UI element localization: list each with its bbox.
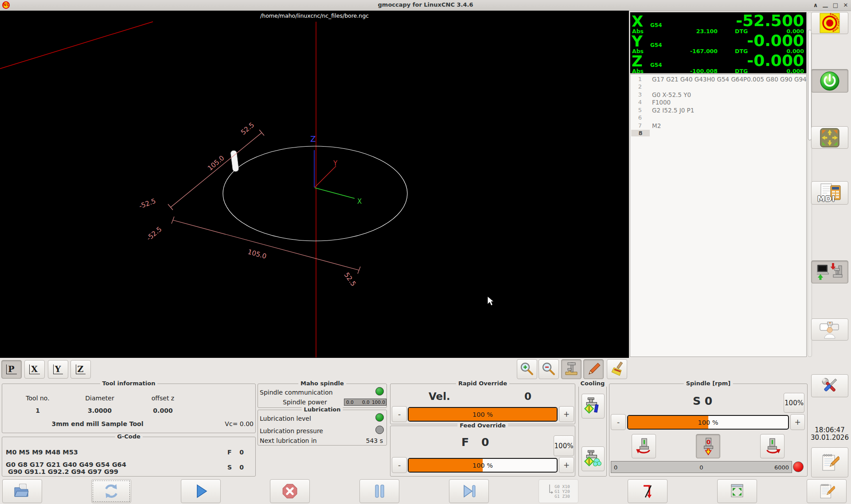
lubrication-panel: Lubrication Lubrication level Lubricatio… — [258, 410, 387, 446]
mist-coolant-button[interactable] — [582, 446, 605, 471]
feed-override-slider[interactable]: 100 % — [408, 458, 558, 473]
spindle-cw-button[interactable] — [760, 434, 785, 458]
emergency-stop-icon: Emergency-Stop — [820, 13, 840, 33]
velocity-value: 0 — [519, 391, 537, 402]
notes-button[interactable] — [811, 447, 848, 477]
power-icon — [820, 71, 840, 91]
spindle-override-minus-button[interactable]: - — [611, 414, 626, 430]
spindle-ccw-button[interactable] — [632, 434, 656, 458]
edit-gcode-button[interactable] — [807, 479, 847, 503]
tools-icon — [820, 376, 840, 396]
feed-override-plus-button[interactable]: + — [559, 457, 574, 473]
gcode-line: 1 G17 G21 G40 G43H0 G54 G64P0.005 G80 G9… — [630, 76, 806, 83]
feed-override-reset-button[interactable]: 100% — [554, 435, 574, 456]
lubrication-level-led — [375, 413, 384, 422]
rapid-override-percent: 100 % — [409, 411, 557, 418]
view-x-button[interactable]: X — [24, 360, 45, 379]
shade-window-button[interactable]: ∧ — [812, 1, 820, 9]
line-number: 6 — [630, 114, 642, 121]
spindle-stop-button[interactable]: 0 — [696, 434, 720, 458]
dro-x-dtg-label: DTG — [735, 28, 748, 35]
dro-x-system: G54 — [650, 22, 662, 28]
view-x-label: X — [29, 364, 40, 374]
spindle-power-max: 100.0 — [372, 399, 385, 405]
zoom-out-button[interactable] — [539, 359, 559, 379]
feed-override-minus-button[interactable]: - — [392, 457, 407, 473]
spindle-comm-led — [375, 387, 384, 395]
y-axis-label: Y — [333, 159, 338, 167]
reload-file-button[interactable] — [91, 479, 131, 503]
machine-power-button[interactable] — [811, 69, 848, 93]
spindle-stop-icon: 0 — [698, 436, 718, 457]
lubrication-title: Lubrication — [301, 406, 343, 413]
view-z-label: Z — [76, 364, 86, 374]
x-axis-label: X — [357, 198, 362, 205]
maho-spindle-title: Maho spindle — [298, 380, 346, 387]
feed-reset-label: 100% — [554, 442, 574, 450]
feed-override-title: Feed Override — [457, 422, 508, 429]
run-icon — [193, 483, 209, 499]
pencil-icon — [586, 361, 601, 377]
open-file-button[interactable] — [2, 479, 42, 503]
view-p-button[interactable]: P — [1, 360, 22, 379]
lubrication-pressure-led — [375, 426, 384, 434]
spindle-power-bar: 0.0 0.0 100.0 — [344, 399, 386, 406]
spindle-speed-value: 0 — [233, 464, 244, 471]
dro-y-abs-value: -167.000 — [668, 48, 718, 54]
minus-icon: - — [398, 410, 401, 419]
flood-coolant-button[interactable] — [582, 394, 605, 419]
dimension-label: 105.0 — [206, 154, 226, 172]
active-gcodes-panel: G-Code M0 M5 M9 M48 M53 F 0 G0 G8 G17 G2… — [2, 437, 256, 477]
optional-block-skip-button[interactable] — [628, 479, 668, 503]
fullscreen-button[interactable] — [717, 479, 757, 503]
open-folder-icon — [13, 483, 31, 499]
dimension-label: 52.5 — [239, 121, 256, 136]
clock-date: 30.01.2026 — [809, 434, 850, 442]
draw-toolpath-toggle-button[interactable] — [583, 359, 604, 379]
view-z-button[interactable]: Z — [70, 360, 91, 379]
tool-settings-button[interactable] — [811, 374, 848, 397]
fullscreen-icon — [728, 483, 746, 500]
user-settings-button[interactable] — [811, 318, 848, 341]
dro-x-value: -52.500 — [736, 12, 804, 30]
maximize-window-button[interactable]: □ — [831, 1, 839, 9]
loaded-file-path: /home/maho/linuxcnc/nc_files/bore.ngc — [0, 12, 629, 19]
manual-mode-button[interactable] — [811, 126, 848, 149]
minimize-window-button[interactable]: — — [821, 3, 829, 11]
mdi-mode-button[interactable]: MDI — [811, 181, 848, 205]
run-from-line-button[interactable]: G0 X10 G1 Y20 G1 Z30 — [539, 479, 578, 503]
dimension-tick — [259, 130, 264, 136]
stop-program-button[interactable] — [270, 479, 310, 503]
spindle-at-speed-led — [793, 461, 804, 472]
gremlin-preview[interactable]: Z Y X 52.5 105.0 -52.5 -52.5 105.0 52.5 … — [0, 11, 629, 358]
gcode-listing[interactable]: 1 G17 G21 G40 G43H0 G54 G64P0.005 G80 G9… — [630, 74, 807, 357]
auto-mode-button[interactable] — [811, 260, 848, 283]
rapid-override-plus-button[interactable]: + — [559, 406, 574, 422]
spindle-override-reset-button[interactable]: 100% — [784, 393, 804, 413]
clear-plot-button[interactable] — [607, 359, 627, 379]
maho-spindle-panel: Maho spindle Spindle communication Spind… — [258, 384, 387, 408]
y-axis-line — [315, 166, 336, 187]
spindle-override-plus-button[interactable]: + — [790, 414, 805, 430]
pause-program-button[interactable] — [359, 479, 399, 503]
dimensions-icon — [563, 361, 579, 377]
tool-no-header: Tool no. — [20, 395, 55, 402]
tool-information-panel: Tool information Tool no. Diameter offse… — [2, 384, 256, 433]
rapid-override-minus-button[interactable]: - — [392, 406, 407, 422]
cooling-title: Cooling — [578, 380, 607, 387]
edit-notepad-icon — [818, 482, 835, 500]
stop-icon — [281, 483, 298, 500]
line-number: 7 — [630, 122, 642, 129]
line-number: 3 — [630, 91, 642, 98]
run-program-button[interactable] — [181, 479, 221, 503]
zoom-in-button[interactable] — [517, 359, 537, 379]
close-window-button[interactable]: ✕ — [842, 1, 850, 9]
step-program-button[interactable] — [449, 479, 489, 503]
show-dimensions-toggle-button[interactable] — [561, 359, 582, 379]
estop-button[interactable]: Emergency-Stop — [811, 12, 848, 34]
dro-panel[interactable]: X G54 -52.500 Abs 23.100 DTG 0.000 Y G54… — [630, 12, 807, 74]
rapid-override-slider[interactable]: 100 % — [408, 407, 558, 422]
tool-no-value: 1 — [20, 407, 55, 414]
view-y-button[interactable]: Y — [48, 360, 68, 379]
spindle-override-slider[interactable]: 100 % — [627, 415, 789, 430]
